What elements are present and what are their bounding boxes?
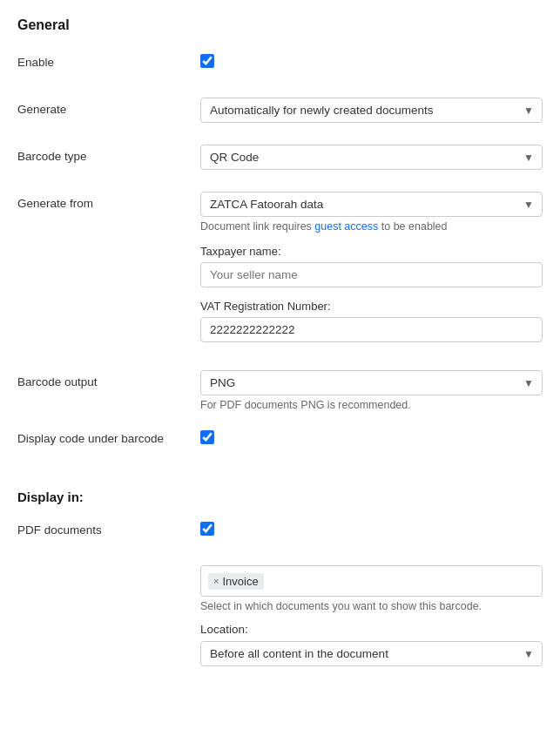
barcode-type-select-wrapper: QR Code Code 128 EAN-13 ▼: [200, 145, 543, 170]
display-code-checkbox-wrapper: [200, 427, 543, 444]
invoice-tags-row: × Invoice Select in which documents you …: [17, 565, 543, 666]
invoice-tags-hint: Select in which documents you want to sh…: [200, 600, 543, 612]
generate-from-label: Generate from: [17, 192, 200, 210]
location-group: Location: Before all content in the docu…: [200, 623, 543, 666]
display-code-row: Display code under barcode: [17, 427, 543, 458]
taxpayer-name-input[interactable]: [200, 262, 543, 287]
generate-row: Generate Automatically for newly created…: [17, 98, 543, 129]
generate-label: Generate: [17, 98, 200, 116]
barcode-type-row: Barcode type QR Code Code 128 EAN-13 ▼: [17, 145, 543, 176]
barcode-type-select[interactable]: QR Code Code 128 EAN-13: [200, 145, 543, 170]
location-sublabel: Location:: [200, 623, 543, 636]
vat-input[interactable]: [200, 317, 543, 342]
display-in-title: Display in:: [17, 490, 543, 504]
vat-label: VAT Registration Number:: [200, 300, 543, 313]
enable-checkbox[interactable]: [200, 54, 214, 68]
generate-from-select[interactable]: ZATCA Fatoorah data Document link Custom: [200, 192, 543, 217]
vat-group: VAT Registration Number:: [200, 300, 543, 342]
barcode-output-hint: For PDF documents PNG is recommended.: [200, 399, 543, 411]
pdf-documents-label: PDF documents: [17, 518, 200, 537]
generate-from-row: Generate from ZATCA Fatoorah data Docume…: [17, 192, 543, 354]
invoice-tag-remove[interactable]: ×: [213, 577, 219, 586]
pdf-documents-checkbox-wrapper: [200, 518, 543, 536]
barcode-output-row: Barcode output PNG SVG JPEG ▼ For PDF do…: [17, 370, 543, 411]
taxpayer-group: Taxpayer name:: [200, 245, 543, 287]
generate-select[interactable]: Automatically for newly created document…: [200, 98, 543, 123]
invoice-tag-label: Invoice: [222, 575, 258, 588]
generate-from-select-wrapper: ZATCA Fatoorah data Document link Custom…: [200, 192, 543, 217]
display-code-label: Display code under barcode: [17, 427, 200, 445]
taxpayer-name-label: Taxpayer name:: [200, 245, 543, 258]
barcode-output-select-wrapper: PNG SVG JPEG ▼: [200, 370, 543, 395]
pdf-documents-row: PDF documents: [17, 518, 543, 550]
pdf-documents-checkbox[interactable]: [200, 522, 214, 536]
enable-row: Enable: [17, 51, 543, 82]
barcode-output-select[interactable]: PNG SVG JPEG: [200, 370, 543, 395]
barcode-output-label: Barcode output: [17, 370, 200, 388]
enable-checkbox-wrapper: [200, 51, 543, 68]
barcode-type-label: Barcode type: [17, 145, 200, 163]
invoice-tags-input[interactable]: × Invoice: [200, 565, 543, 597]
generate-select-wrapper: Automatically for newly created document…: [200, 98, 543, 123]
display-code-checkbox[interactable]: [200, 430, 214, 444]
enable-label: Enable: [17, 51, 200, 69]
general-section-title: General: [17, 17, 543, 33]
generate-from-hint: Document link requires guest access to b…: [200, 220, 543, 233]
invoice-tag: × Invoice: [208, 573, 264, 590]
guest-access-link[interactable]: guest access: [314, 220, 378, 233]
location-select[interactable]: Before all content in the document After…: [200, 641, 543, 666]
invoice-tags-label-spacer: [17, 565, 200, 571]
location-select-wrapper: Before all content in the document After…: [200, 641, 543, 666]
